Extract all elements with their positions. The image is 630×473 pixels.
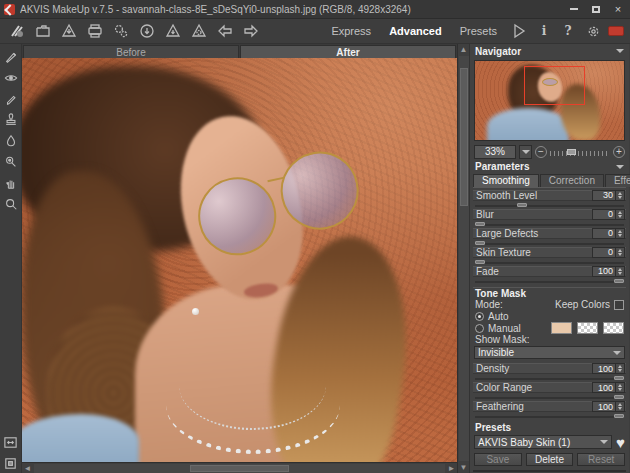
scroll-down-icon[interactable]: ▼	[458, 462, 469, 473]
vscroll-thumb[interactable]	[460, 68, 468, 206]
scroll-up-icon[interactable]: ▲	[615, 471, 626, 472]
skin-texture-spinbox[interactable]: 0	[592, 247, 625, 258]
blur-slider[interactable]	[475, 221, 624, 226]
navigator-thumbnail[interactable]	[474, 60, 625, 141]
tab-smoothing[interactable]: Smoothing	[473, 174, 539, 187]
panel-toggle-icon[interactable]	[608, 26, 624, 36]
open-button[interactable]	[32, 21, 54, 41]
favorite-heart-icon[interactable]: ♥	[616, 435, 625, 450]
param-row-blur: Blur 0	[473, 209, 626, 226]
large-defects-slider[interactable]	[475, 240, 624, 245]
spinner-arrows-icon	[616, 363, 625, 374]
delete-preset-button[interactable]: Delete	[526, 453, 574, 466]
color-range-spinbox[interactable]: 100	[592, 382, 625, 393]
mode-advanced[interactable]: Advanced	[382, 23, 449, 39]
zoom-value[interactable]: 33%	[474, 145, 516, 159]
actual-size-icon[interactable]	[1, 454, 20, 473]
tab-before[interactable]: Before	[23, 45, 239, 58]
history-brush-tool-icon[interactable]	[1, 152, 20, 171]
hand-tool-icon[interactable]	[1, 173, 20, 192]
param-row-fade: Fade 100	[473, 266, 626, 283]
large-defects-spinbox[interactable]: 0	[592, 228, 625, 239]
empty-color-swatch[interactable]	[577, 322, 598, 334]
parameters-header: Parameters	[473, 160, 626, 173]
zoom-dropdown-icon[interactable]	[519, 145, 532, 159]
save-preset-button[interactable]: Save	[474, 453, 522, 466]
show-mask-dropdown[interactable]: Invisible	[474, 346, 625, 359]
param-row-feathering: Feathering 100	[473, 401, 626, 418]
presets-header: Presets	[473, 421, 626, 434]
blur-tool-icon[interactable]	[1, 131, 20, 150]
blur-spinbox[interactable]: 0	[592, 209, 625, 220]
close-button[interactable]: ×	[610, 3, 626, 16]
hscroll-thumb[interactable]	[190, 465, 289, 472]
info-icon[interactable]: i	[534, 22, 554, 40]
spinner-arrows-icon	[616, 401, 625, 412]
retouch-brush-tool-icon[interactable]	[1, 47, 20, 66]
reset-preset-button[interactable]: Reset	[577, 453, 625, 466]
export-presets-button[interactable]	[162, 21, 184, 41]
collapse-parameters-icon[interactable]	[616, 165, 624, 169]
mode-presets[interactable]: Presets	[453, 23, 504, 39]
fit-screen-icon[interactable]	[1, 433, 20, 452]
param-row-large-defects: Large Defects 0	[473, 228, 626, 245]
density-spinbox[interactable]: 100	[592, 363, 625, 374]
undo-button[interactable]	[214, 21, 236, 41]
color-range-slider[interactable]	[475, 394, 624, 399]
main-toolbar: Express Advanced Presets i ?	[0, 19, 630, 44]
fade-slider[interactable]	[475, 278, 624, 283]
chevron-down-icon	[613, 351, 621, 355]
feathering-spinbox[interactable]: 100	[592, 401, 625, 412]
run-icon[interactable]	[508, 21, 530, 41]
zoom-out-button[interactable]: −	[535, 146, 547, 158]
batch-processing-button[interactable]	[188, 21, 210, 41]
spinner-arrows-icon	[616, 209, 625, 220]
import-presets-button[interactable]	[136, 21, 158, 41]
photo-canvas[interactable]	[22, 58, 457, 462]
collapse-navigator-icon[interactable]	[616, 49, 624, 53]
settings-gear-icon[interactable]	[582, 21, 604, 41]
smooth-level-spinbox[interactable]: 30	[592, 190, 625, 201]
scroll-right-icon[interactable]: ►	[446, 463, 457, 473]
smooth-level-slider[interactable]	[475, 202, 624, 207]
zoom-in-button[interactable]: +	[613, 146, 625, 158]
tab-after[interactable]: After	[240, 45, 456, 58]
print-button[interactable]	[84, 21, 106, 41]
navigator-viewport[interactable]	[524, 66, 585, 105]
horizontal-scrollbar[interactable]: ◄ ►	[22, 462, 457, 473]
info-panel: AKVIS MakeUp AKVIS MakeUp improves portr…	[473, 470, 626, 472]
before-after-tabs: Before After	[22, 44, 457, 58]
manual-radio[interactable]	[475, 324, 484, 333]
pencil-tool-icon[interactable]	[1, 89, 20, 108]
parameter-tabs: Smoothing Correction Effects	[473, 174, 626, 188]
minimize-button[interactable]	[566, 3, 582, 16]
auto-radio[interactable]	[475, 312, 484, 321]
keep-colors-checkbox[interactable]	[614, 300, 624, 310]
fade-spinbox[interactable]: 100	[592, 266, 625, 277]
feathering-slider[interactable]	[475, 413, 624, 418]
density-slider[interactable]	[475, 375, 624, 380]
skin-color-swatch[interactable]	[551, 322, 572, 334]
spinner-arrows-icon	[616, 382, 625, 393]
help-icon[interactable]: ?	[558, 22, 578, 40]
tab-correction[interactable]: Correction	[540, 174, 604, 187]
tab-effects[interactable]: Effects	[605, 174, 630, 187]
scroll-left-icon[interactable]: ◄	[22, 463, 33, 473]
redo-button[interactable]	[240, 21, 262, 41]
stamp-tool-icon[interactable]	[1, 110, 20, 129]
preset-dropdown[interactable]: AKVIS Baby Skin (1)	[474, 435, 612, 449]
save-button[interactable]	[58, 21, 80, 41]
scroll-up-icon[interactable]: ▲	[458, 44, 469, 55]
skin-texture-slider[interactable]	[475, 259, 624, 264]
mode-express[interactable]: Express	[324, 23, 378, 39]
share-button[interactable]	[110, 21, 132, 41]
right-panel: Navigator 33% − + Parame	[469, 44, 629, 473]
zoom-slider-handle[interactable]	[567, 149, 576, 155]
param-row-color-range: Color Range 100	[473, 382, 626, 399]
maximize-button[interactable]	[588, 3, 604, 16]
zoom-slider[interactable]	[550, 147, 610, 156]
vertical-scrollbar[interactable]: ▲ ▼	[457, 44, 469, 473]
zoom-tool-icon[interactable]	[1, 194, 20, 213]
empty-color-swatch[interactable]	[603, 322, 624, 334]
eye-tool-icon[interactable]	[1, 68, 20, 87]
